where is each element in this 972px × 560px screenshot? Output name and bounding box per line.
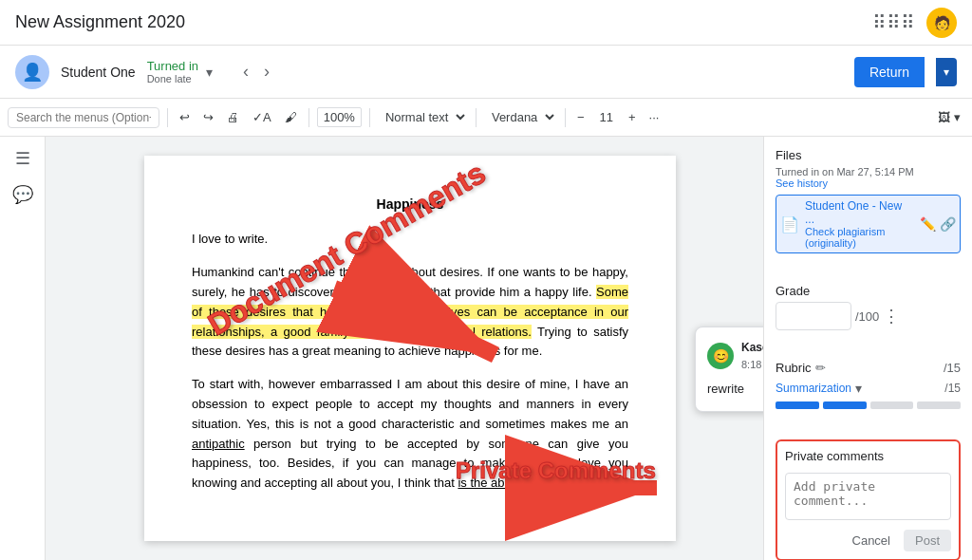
return-dropdown-button[interactable]: ▾	[936, 58, 957, 86]
comment-avatar: 😊	[707, 343, 734, 369]
file-doc-icon: 📄	[780, 215, 799, 233]
rubric-header-row: Rubric ✏ /15	[776, 361, 961, 375]
text-style-select[interactable]: Normal text	[378, 107, 468, 127]
rubric-bar-3	[870, 401, 914, 409]
right-panel: Files Turned in on Mar 27, 5:14 PM See h…	[763, 137, 972, 560]
rubric-title: Rubric	[776, 361, 812, 375]
toolbar-separator-5	[565, 108, 566, 127]
format-paint-button[interactable]: 🖌	[281, 108, 301, 126]
doc-para-1: I love to write.	[192, 230, 628, 250]
comment-header: 😊 Kasey Bell 8:18 AM Today	[707, 339, 763, 374]
post-button[interactable]: Post	[904, 530, 951, 551]
undo-button[interactable]: ↩	[176, 108, 194, 126]
doc-page: Happiness I love to write. Humankind can…	[144, 156, 676, 541]
files-title: Files	[776, 148, 961, 162]
private-comment-buttons: Cancel Post	[785, 530, 951, 551]
status-late: Done late	[147, 73, 198, 84]
doc-para-3-before: To start with, however embarrassed I am …	[192, 377, 628, 431]
file-edit-button[interactable]: ✏️	[920, 216, 936, 232]
grid-icon[interactable]: ⠿⠿⠿	[872, 11, 915, 34]
rubric-bar-2	[823, 401, 867, 409]
doc-lines-icon[interactable]: ☰	[15, 148, 30, 169]
rubric-edit-button[interactable]: ✏	[815, 361, 826, 375]
rubric-sub-score: /15	[944, 382, 961, 395]
spellcheck-button[interactable]: ✓A	[249, 108, 275, 126]
redo-button[interactable]: ↪	[199, 108, 217, 126]
status-block: Turned in Done late	[147, 59, 198, 84]
top-header: New Assignment 2020 ⠿⠿⠿ 🧑	[0, 0, 972, 46]
file-item: 📄 Student One - New ... Check plagiarism…	[776, 195, 961, 253]
comment-name: Kasey Bell	[741, 339, 763, 357]
doc-para-2-before: Humankind can't continue their lives wit…	[192, 265, 628, 299]
see-history-link[interactable]: See history	[776, 177, 961, 189]
rubric-max: /15	[944, 361, 961, 375]
print-button[interactable]: 🖨	[223, 108, 243, 126]
main-area: ☰ 💬 Happiness I love to write. Humankind…	[0, 137, 972, 560]
file-open-button[interactable]: 🔗	[940, 216, 956, 232]
rubric-section: Rubric ✏ /15 Summarization ▾ /15	[776, 361, 961, 409]
app-title: New Assignment 2020	[15, 12, 872, 32]
doc-area: ☰ 💬 Happiness I love to write. Humankind…	[0, 137, 763, 560]
search-input[interactable]	[8, 107, 159, 128]
files-section: Files Turned in on Mar 27, 5:14 PM See h…	[776, 148, 961, 253]
toolbar-separator-3	[369, 108, 370, 127]
grade-section: Grade /100 ⋮	[776, 284, 961, 330]
comment-meta: Kasey Bell 8:18 AM Today	[741, 339, 763, 374]
files-sub: Turned in on Mar 27, 5:14 PM	[776, 166, 961, 177]
toolbar: ↩ ↪ 🖨 ✓A 🖌 100% Normal text Verdana − 11…	[0, 99, 972, 137]
zoom-display[interactable]: 100%	[317, 107, 362, 127]
student-avatar: 👤	[15, 55, 49, 89]
grade-max: /100	[855, 309, 879, 324]
rubric-bar-4	[917, 401, 961, 409]
header-right: ⠿⠿⠿ 🧑	[872, 8, 957, 38]
grade-title: Grade	[776, 284, 961, 298]
doc-para-1-text: I love to write.	[192, 232, 268, 246]
doc-para-2: Humankind can't continue their lives wit…	[192, 263, 628, 362]
grade-menu-button[interactable]: ⋮	[883, 306, 900, 327]
file-info: Student One - New ... Check plagiarism (…	[805, 199, 914, 249]
file-actions: ✏️ 🔗	[920, 216, 956, 232]
doc-title: Happiness	[192, 194, 628, 215]
rubric-bar-1	[776, 401, 819, 409]
font-size-decrease-button[interactable]: −	[573, 108, 589, 126]
private-comment-input[interactable]	[785, 473, 951, 520]
doc-comment-icon[interactable]: 💬	[12, 184, 33, 205]
return-button[interactable]: Return	[854, 57, 925, 87]
rubric-expand-icon[interactable]: ▾	[855, 381, 862, 396]
rubric-sub-row: Summarization ▾ /15	[776, 381, 961, 396]
comment-time: 8:18 AM Today	[741, 357, 763, 374]
next-student-button[interactable]: ›	[260, 58, 273, 85]
user-avatar[interactable]: 🧑	[926, 8, 957, 38]
doc-para-3-underline: antipathic	[192, 437, 245, 451]
doc-para-3: To start with, however embarrassed I am …	[192, 375, 628, 494]
comment-text: rewrite	[707, 380, 763, 400]
comment-bubble: 😊 Kasey Bell 8:18 AM Today rewrite	[695, 327, 763, 412]
grade-input[interactable]	[776, 302, 851, 330]
student-header: 👤 Student One Turned in Done late ▾ ‹ › …	[0, 46, 972, 99]
file-name: Student One - New ...	[805, 199, 914, 226]
status-turned-in: Turned in	[147, 59, 198, 73]
font-size-increase-button[interactable]: +	[625, 108, 640, 126]
check-plagiarism-link[interactable]: Check plagiarism (originality)	[805, 226, 914, 249]
grade-area: /100 ⋮	[776, 302, 961, 330]
rubric-sub-name[interactable]: Summarization	[776, 382, 851, 395]
nav-arrows: ‹ ›	[239, 58, 273, 85]
toolbar-separator-4	[476, 108, 477, 127]
status-area: Turned in Done late ▾	[147, 59, 213, 84]
prev-student-button[interactable]: ‹	[239, 58, 252, 85]
doc-para-3-underline2: is the absolute	[458, 476, 537, 490]
status-dropdown-icon[interactable]: ▾	[206, 65, 213, 80]
toolbar-separator-1	[167, 108, 168, 127]
private-comments-section: Private comments Cancel Post	[776, 439, 961, 560]
rubric-bars	[776, 401, 961, 409]
doc-para-3-end: happiness.	[537, 476, 601, 490]
toolbar-separator-2	[308, 108, 309, 127]
more-options-button[interactable]: ···	[645, 108, 664, 126]
image-options-button[interactable]: 🖼 ▾	[934, 108, 964, 126]
font-select[interactable]: Verdana	[484, 107, 557, 127]
font-size-display: 11	[594, 108, 619, 126]
student-name: Student One	[61, 65, 136, 80]
cancel-button[interactable]: Cancel	[845, 530, 898, 551]
doc-sidebar-icons: ☰ 💬	[0, 137, 46, 560]
private-comments-title: Private comments	[785, 449, 951, 463]
